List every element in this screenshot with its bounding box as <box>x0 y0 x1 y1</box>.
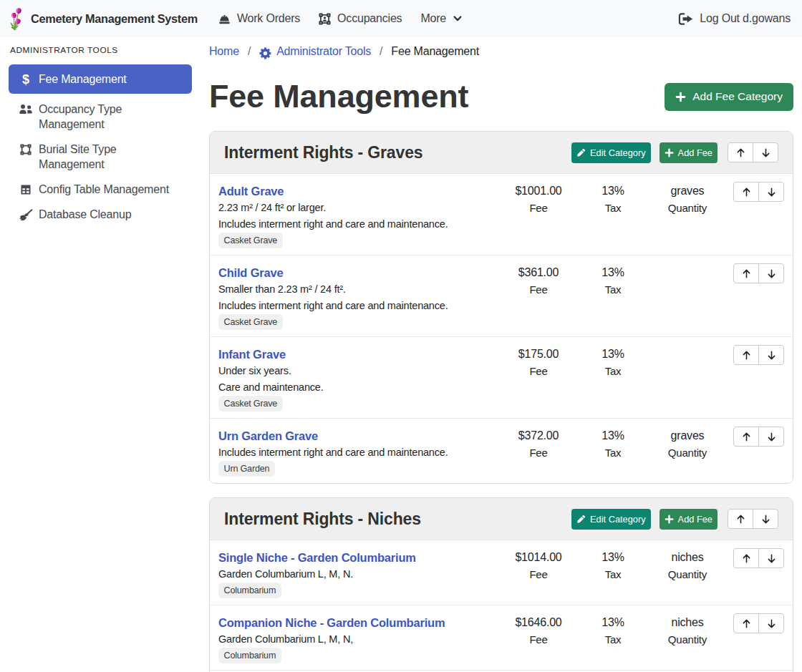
move-fee-down-button[interactable] <box>758 613 784 633</box>
move-fee-down-button[interactable] <box>758 345 784 365</box>
nav-item-more[interactable]: More <box>411 12 472 25</box>
sidebar-item-label: Fee Management <box>39 72 127 87</box>
fee-tax: 13% <box>576 614 650 631</box>
add-fee-button[interactable]: Add Fee <box>660 509 718 530</box>
logout-icon <box>678 13 694 25</box>
fee-amount: $1014.00 <box>501 549 576 566</box>
app-brand[interactable]: Cemetery Management System <box>10 8 198 30</box>
breadcrumb-admin-tools-link[interactable]: Administrator Tools <box>259 43 371 60</box>
fee-tax: 13% <box>576 427 650 444</box>
fee-move-group <box>733 345 784 365</box>
fee-name-link[interactable]: Companion Niche - Garden Columbarium <box>218 614 445 631</box>
sidebar-item-label: Burial Site Type Management <box>39 142 183 172</box>
move-fee-down-button[interactable] <box>758 548 784 568</box>
add-fee-button[interactable]: Add Fee <box>660 142 718 163</box>
arrow-down-icon <box>766 618 777 629</box>
fee-amount: $361.00 <box>501 264 576 281</box>
plus-icon <box>665 515 674 524</box>
edit-category-button[interactable]: Edit Category <box>571 142 651 163</box>
move-category-up-button[interactable] <box>728 142 753 162</box>
fee-badge-line: Urn Garden <box>218 461 501 477</box>
fee-tax-col: 13% Tax <box>576 549 650 583</box>
fee-type-badge: Columbarium <box>218 583 281 598</box>
fee-quantity-col: graves Quantity <box>650 182 725 217</box>
move-fee-down-button[interactable] <box>758 182 784 202</box>
move-fee-down-button[interactable] <box>758 263 784 283</box>
fee-tax-col: 13% Tax <box>576 346 650 380</box>
sidebar-item-config-table-management[interactable]: Config Table Management <box>9 180 192 199</box>
pencil-icon <box>576 515 586 524</box>
edit-category-button[interactable]: Edit Category <box>571 509 651 530</box>
fee-name-link[interactable]: Adult Grave <box>218 182 284 200</box>
category-fees: Single Niche - Garden Columbarium Garden… <box>210 540 793 672</box>
fee-type-badge: Urn Garden <box>218 461 275 477</box>
fee-name-link[interactable]: Urn Garden Grave <box>218 427 318 444</box>
arrow-up-icon <box>741 553 752 564</box>
fee-name-link[interactable]: Child Grave <box>218 264 283 281</box>
fee-description: Includes interment right and care and ma… <box>218 216 501 233</box>
move-category-up-button[interactable] <box>728 509 753 529</box>
fee-tax-label: Tax <box>576 200 650 217</box>
page-header: Fee Management Add Fee Category <box>209 77 793 116</box>
fee-move-group <box>733 263 784 283</box>
fee-description: Care and maintenance. <box>218 379 501 396</box>
fee-move-group <box>733 427 784 447</box>
fee-tax-label: Tax <box>576 444 650 462</box>
sidebar-item-label: Database Cleanup <box>39 207 131 222</box>
breadcrumb: Home / Administrator Tools / Fee Managem… <box>209 43 793 60</box>
arrow-up-icon <box>741 187 752 198</box>
logout-button[interactable]: Log Out d.gowans <box>678 12 791 25</box>
fee-badge-line: Casket Grave <box>218 233 501 248</box>
tulips-logo-icon <box>10 8 22 30</box>
logout-label: Log Out d.gowans <box>700 12 791 25</box>
fee-amount-col: $372.00 Fee <box>501 427 576 462</box>
arrow-down-icon <box>766 187 777 198</box>
edit-category-label: Edit Category <box>590 514 646 525</box>
move-category-down-button[interactable] <box>753 509 778 529</box>
fee-amount-label: Fee <box>501 363 576 380</box>
move-fee-down-button[interactable] <box>758 427 784 447</box>
fee-tax: 13% <box>576 346 650 363</box>
breadcrumb-current: Fee Management <box>391 43 479 60</box>
category-title: Interment Rights - Graves <box>224 143 571 162</box>
category-fees: Adult Grave 2.23 m² / 24 ft² or larger.I… <box>210 174 793 483</box>
fee-amount-label: Fee <box>501 200 576 217</box>
pencil-icon <box>576 148 586 157</box>
fee-name-link[interactable]: Infant Grave <box>218 346 286 363</box>
sidebar-item-burial-site-type-management[interactable]: Burial Site Type Management <box>9 140 192 174</box>
breadcrumb-home-link[interactable]: Home <box>209 43 239 60</box>
arrow-up-icon <box>741 350 752 361</box>
fee-quantity-label: Quantity <box>650 631 725 648</box>
fee-amount-label: Fee <box>501 444 576 462</box>
move-fee-up-button[interactable] <box>733 345 759 365</box>
category-move-group <box>728 142 778 162</box>
arrow-down-icon <box>766 553 777 564</box>
fee-quantity-label: Quantity <box>650 566 725 583</box>
sidebar-item-fee-management[interactable]: $ Fee Management <box>9 64 192 94</box>
fee-tax: 13% <box>576 182 650 200</box>
fee-name-link[interactable]: Single Niche - Garden Columbarium <box>218 549 416 566</box>
move-fee-up-button[interactable] <box>733 263 759 283</box>
add-fee-label: Add Fee <box>678 147 712 158</box>
sidebar-item-occupancy-type-management[interactable]: Occupancy Type Management <box>9 99 192 134</box>
arrow-up-icon <box>741 432 752 442</box>
sidebar-nav: $ Fee Management Occupancy Type Manageme… <box>9 64 192 224</box>
move-fee-up-button[interactable] <box>733 182 759 202</box>
sidebar-item-label: Occupancy Type Management <box>39 102 183 132</box>
add-fee-category-button[interactable]: Add Fee Category <box>665 83 793 111</box>
fee-amount-col: $1646.00 Fee <box>501 614 576 648</box>
plus-icon <box>675 92 686 102</box>
breadcrumb-separator: / <box>248 43 251 60</box>
sidebar-item-database-cleanup[interactable]: Database Cleanup <box>9 205 192 224</box>
fee-tax-col: 13% Tax <box>576 427 650 462</box>
move-fee-up-button[interactable] <box>733 548 759 568</box>
category-actions: Edit Category Add Fee <box>571 509 778 530</box>
move-category-down-button[interactable] <box>753 142 778 162</box>
nav-item-occupancies[interactable]: Occupancies <box>309 12 411 25</box>
page-title: Fee Management <box>209 77 468 116</box>
move-fee-up-button[interactable] <box>733 613 759 633</box>
add-fee-label: Add Fee <box>678 514 712 525</box>
fee-quantity-col: niches Quantity <box>650 614 725 648</box>
nav-item-work-orders[interactable]: Work Orders <box>209 12 309 25</box>
move-fee-up-button[interactable] <box>733 427 759 447</box>
